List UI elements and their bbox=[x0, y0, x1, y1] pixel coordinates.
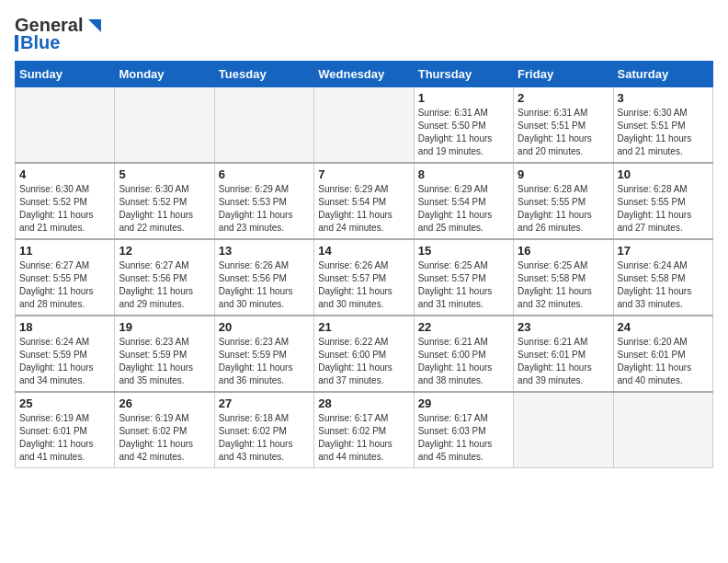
logo-bar bbox=[15, 35, 18, 52]
calendar-cell: 23Sunrise: 6:21 AM Sunset: 6:01 PM Dayli… bbox=[514, 316, 613, 392]
day-number: 15 bbox=[418, 244, 509, 258]
column-header-thursday: Thursday bbox=[414, 62, 513, 87]
logo-bottom: Blue bbox=[15, 32, 60, 53]
day-info: Sunrise: 6:19 AM Sunset: 6:02 PM Dayligh… bbox=[119, 412, 210, 464]
calendar-cell: 20Sunrise: 6:23 AM Sunset: 5:59 PM Dayli… bbox=[214, 316, 313, 392]
day-number: 29 bbox=[418, 396, 509, 410]
day-number: 12 bbox=[119, 244, 210, 258]
day-info: Sunrise: 6:28 AM Sunset: 5:55 PM Dayligh… bbox=[518, 183, 609, 235]
day-number: 21 bbox=[318, 320, 409, 334]
day-number: 8 bbox=[418, 167, 509, 181]
day-number: 25 bbox=[19, 396, 110, 410]
calendar-cell: 29Sunrise: 6:17 AM Sunset: 6:03 PM Dayli… bbox=[414, 392, 513, 468]
calendar-cell: 9Sunrise: 6:28 AM Sunset: 5:55 PM Daylig… bbox=[514, 163, 613, 239]
calendar-cell: 6Sunrise: 6:29 AM Sunset: 5:53 PM Daylig… bbox=[214, 163, 313, 239]
day-number: 9 bbox=[518, 167, 609, 181]
day-number: 27 bbox=[219, 396, 310, 410]
column-header-wednesday: Wednesday bbox=[314, 62, 414, 87]
day-number: 20 bbox=[219, 320, 310, 334]
calendar-cell: 11Sunrise: 6:27 AM Sunset: 5:55 PM Dayli… bbox=[16, 239, 115, 316]
day-info: Sunrise: 6:23 AM Sunset: 5:59 PM Dayligh… bbox=[119, 336, 210, 387]
day-number: 24 bbox=[618, 320, 709, 334]
calendar-week-row: 4Sunrise: 6:30 AM Sunset: 5:52 PM Daylig… bbox=[16, 163, 713, 239]
day-number: 4 bbox=[19, 167, 110, 181]
day-number: 6 bbox=[219, 167, 310, 181]
column-header-monday: Monday bbox=[115, 62, 214, 87]
day-number: 28 bbox=[318, 396, 409, 410]
calendar-cell: 27Sunrise: 6:18 AM Sunset: 6:02 PM Dayli… bbox=[214, 392, 313, 468]
day-number: 3 bbox=[618, 91, 709, 105]
calendar-cell bbox=[214, 87, 313, 164]
day-info: Sunrise: 6:30 AM Sunset: 5:51 PM Dayligh… bbox=[618, 107, 709, 158]
calendar-cell: 1Sunrise: 6:31 AM Sunset: 5:50 PM Daylig… bbox=[414, 87, 513, 164]
calendar-cell bbox=[514, 392, 613, 468]
day-number: 22 bbox=[418, 320, 509, 334]
day-number: 5 bbox=[119, 167, 210, 181]
calendar-cell: 8Sunrise: 6:29 AM Sunset: 5:54 PM Daylig… bbox=[414, 163, 513, 239]
column-header-sunday: Sunday bbox=[16, 62, 115, 87]
day-number: 14 bbox=[318, 244, 409, 258]
calendar-cell: 25Sunrise: 6:19 AM Sunset: 6:01 PM Dayli… bbox=[16, 392, 115, 468]
day-number: 26 bbox=[119, 396, 210, 410]
calendar-cell: 2Sunrise: 6:31 AM Sunset: 5:51 PM Daylig… bbox=[514, 87, 613, 164]
calendar-cell: 16Sunrise: 6:25 AM Sunset: 5:58 PM Dayli… bbox=[514, 239, 613, 316]
day-number: 1 bbox=[418, 91, 509, 105]
calendar-cell: 3Sunrise: 6:30 AM Sunset: 5:51 PM Daylig… bbox=[613, 87, 712, 164]
calendar-header-row: SundayMondayTuesdayWednesdayThursdayFrid… bbox=[16, 62, 713, 87]
day-number: 10 bbox=[618, 167, 709, 181]
calendar-week-row: 1Sunrise: 6:31 AM Sunset: 5:50 PM Daylig… bbox=[16, 87, 713, 164]
calendar-cell: 13Sunrise: 6:26 AM Sunset: 5:56 PM Dayli… bbox=[214, 239, 313, 316]
logo: General Blue bbox=[15, 15, 103, 53]
day-info: Sunrise: 6:17 AM Sunset: 6:03 PM Dayligh… bbox=[418, 412, 509, 464]
day-info: Sunrise: 6:27 AM Sunset: 5:55 PM Dayligh… bbox=[19, 259, 110, 311]
calendar-cell: 15Sunrise: 6:25 AM Sunset: 5:57 PM Dayli… bbox=[414, 239, 513, 316]
day-number: 7 bbox=[318, 167, 409, 181]
day-info: Sunrise: 6:30 AM Sunset: 5:52 PM Dayligh… bbox=[19, 183, 110, 235]
day-info: Sunrise: 6:24 AM Sunset: 5:59 PM Dayligh… bbox=[19, 336, 110, 387]
calendar-cell: 22Sunrise: 6:21 AM Sunset: 6:00 PM Dayli… bbox=[414, 316, 513, 392]
calendar-cell: 21Sunrise: 6:22 AM Sunset: 6:00 PM Dayli… bbox=[314, 316, 414, 392]
day-info: Sunrise: 6:21 AM Sunset: 6:00 PM Dayligh… bbox=[418, 336, 509, 387]
calendar-week-row: 25Sunrise: 6:19 AM Sunset: 6:01 PM Dayli… bbox=[16, 392, 713, 468]
calendar-cell: 19Sunrise: 6:23 AM Sunset: 5:59 PM Dayli… bbox=[115, 316, 214, 392]
calendar-table: SundayMondayTuesdayWednesdayThursdayFrid… bbox=[15, 61, 713, 468]
calendar-cell: 10Sunrise: 6:28 AM Sunset: 5:55 PM Dayli… bbox=[613, 163, 712, 239]
day-number: 23 bbox=[518, 320, 609, 334]
page-header: General Blue bbox=[15, 15, 713, 53]
day-info: Sunrise: 6:27 AM Sunset: 5:56 PM Dayligh… bbox=[119, 259, 210, 311]
logo-triangle-icon bbox=[83, 16, 103, 36]
day-number: 19 bbox=[119, 320, 210, 334]
calendar-cell bbox=[115, 87, 214, 164]
calendar-cell bbox=[16, 87, 115, 164]
day-info: Sunrise: 6:31 AM Sunset: 5:51 PM Dayligh… bbox=[518, 107, 609, 158]
day-number: 18 bbox=[19, 320, 110, 334]
day-number: 2 bbox=[518, 91, 609, 105]
day-info: Sunrise: 6:24 AM Sunset: 5:58 PM Dayligh… bbox=[618, 259, 709, 311]
day-info: Sunrise: 6:19 AM Sunset: 6:01 PM Dayligh… bbox=[19, 412, 110, 464]
day-info: Sunrise: 6:25 AM Sunset: 5:58 PM Dayligh… bbox=[518, 259, 609, 311]
calendar-week-row: 11Sunrise: 6:27 AM Sunset: 5:55 PM Dayli… bbox=[16, 239, 713, 316]
day-number: 17 bbox=[618, 244, 709, 258]
day-number: 11 bbox=[19, 244, 110, 258]
logo-blue: Blue bbox=[20, 32, 60, 53]
day-info: Sunrise: 6:25 AM Sunset: 5:57 PM Dayligh… bbox=[418, 259, 509, 311]
calendar-cell: 18Sunrise: 6:24 AM Sunset: 5:59 PM Dayli… bbox=[16, 316, 115, 392]
column-header-friday: Friday bbox=[514, 62, 613, 87]
calendar-cell bbox=[314, 87, 414, 164]
day-info: Sunrise: 6:28 AM Sunset: 5:55 PM Dayligh… bbox=[618, 183, 709, 235]
day-info: Sunrise: 6:17 AM Sunset: 6:02 PM Dayligh… bbox=[318, 412, 409, 464]
svg-marker-0 bbox=[88, 19, 101, 32]
calendar-cell: 4Sunrise: 6:30 AM Sunset: 5:52 PM Daylig… bbox=[16, 163, 115, 239]
column-header-saturday: Saturday bbox=[613, 62, 712, 87]
calendar-cell: 28Sunrise: 6:17 AM Sunset: 6:02 PM Dayli… bbox=[314, 392, 414, 468]
calendar-cell: 24Sunrise: 6:20 AM Sunset: 6:01 PM Dayli… bbox=[613, 316, 712, 392]
calendar-cell: 12Sunrise: 6:27 AM Sunset: 5:56 PM Dayli… bbox=[115, 239, 214, 316]
day-info: Sunrise: 6:20 AM Sunset: 6:01 PM Dayligh… bbox=[618, 336, 709, 387]
column-header-tuesday: Tuesday bbox=[214, 62, 313, 87]
day-info: Sunrise: 6:31 AM Sunset: 5:50 PM Dayligh… bbox=[418, 107, 509, 158]
calendar-cell: 14Sunrise: 6:26 AM Sunset: 5:57 PM Dayli… bbox=[314, 239, 414, 316]
day-info: Sunrise: 6:18 AM Sunset: 6:02 PM Dayligh… bbox=[219, 412, 310, 464]
day-info: Sunrise: 6:26 AM Sunset: 5:57 PM Dayligh… bbox=[318, 259, 409, 311]
day-number: 13 bbox=[219, 244, 310, 258]
day-info: Sunrise: 6:21 AM Sunset: 6:01 PM Dayligh… bbox=[518, 336, 609, 387]
